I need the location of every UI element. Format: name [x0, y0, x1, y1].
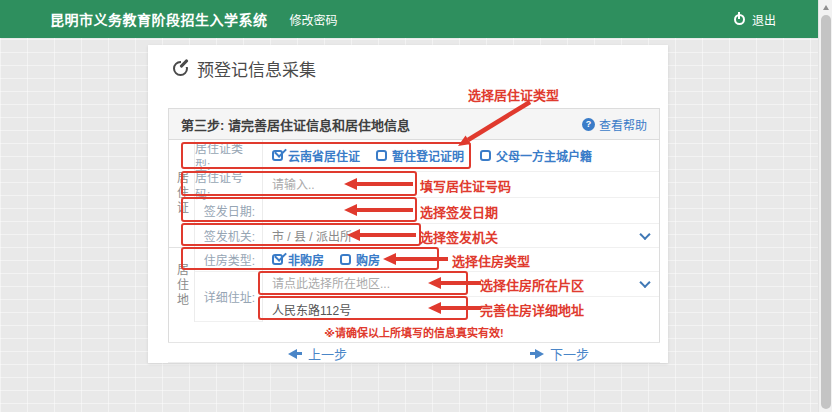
issue-date-label: 签发日期:: [195, 198, 263, 224]
residence-form-table: 第三步: 请完善居住证信息和居住地信息 查看帮助 居住证 居住地 居住证类型: …: [168, 108, 660, 343]
help-label: 查看帮助: [599, 116, 647, 133]
permit-number-input[interactable]: [272, 178, 472, 192]
page: 昆明市义务教育阶段招生入学系统 修改密码 退出 预登记信息采集 第三步: 请完善…: [0, 0, 832, 412]
group-label-residence: 居住地: [169, 248, 195, 322]
address-area-cell: [263, 272, 659, 297]
view-help-link[interactable]: 查看帮助: [582, 116, 647, 133]
arrow-right-icon: [530, 349, 544, 359]
permit-number-cell: [263, 172, 659, 198]
scroll-up-icon[interactable]: [823, 5, 829, 10]
page-title: 预登记信息采集: [173, 56, 316, 81]
issue-date-input[interactable]: [272, 204, 472, 218]
change-password-link[interactable]: 修改密码: [290, 11, 338, 28]
unchecked-checkbox-icon[interactable]: [376, 150, 387, 161]
scrollbar-thumb[interactable]: [821, 15, 831, 409]
option-yunnan-permit[interactable]: 云南省居住证: [272, 147, 360, 164]
address-area-select[interactable]: [272, 277, 472, 291]
step-nav: 上一步 下一步: [168, 342, 660, 363]
step-header: 第三步: 请完善居住证信息和居住地信息 查看帮助: [169, 109, 659, 140]
checked-checkbox-icon[interactable]: [272, 150, 283, 161]
issue-authority-value[interactable]: 市 / 县 / 派出所: [272, 227, 352, 244]
page-title-text: 预登记信息采集: [197, 56, 316, 81]
permit-type-options: 云南省居住证 暂住登记证明 父母一方主城户籍: [263, 140, 659, 172]
housing-type-label: 住房类型:: [195, 248, 263, 272]
checked-checkbox-icon[interactable]: [272, 254, 283, 265]
validity-notice: ※请确保以上所填写的信息真实有效!: [169, 322, 659, 342]
chevron-down-icon[interactable]: [639, 228, 650, 239]
option-parent-hukou[interactable]: 父母一方主城户籍: [480, 147, 592, 164]
step-title: 第三步: 请完善居住证信息和居住地信息: [181, 115, 410, 134]
arrow-left-icon: [288, 349, 302, 359]
help-question-icon: [582, 118, 595, 131]
next-step-button[interactable]: 下一步: [530, 343, 589, 364]
housing-type-options: 非购房 购房: [263, 248, 659, 272]
top-bar: 昆明市义务教育阶段招生入学系统 修改密码 退出: [0, 0, 818, 38]
app-title: 昆明市义务教育阶段招生入学系统: [50, 9, 268, 29]
issue-date-cell: [263, 198, 659, 224]
prev-step-button[interactable]: 上一步: [288, 343, 347, 364]
logout-button[interactable]: 退出: [734, 11, 776, 28]
edit-pencil-icon: [173, 61, 188, 76]
group-label-permit: 居住证: [169, 140, 195, 248]
address-label: 详细住址:: [195, 272, 263, 322]
option-temp-registration[interactable]: 暂住登记证明: [376, 147, 464, 164]
address-detail-input[interactable]: [272, 303, 472, 317]
chevron-down-icon[interactable]: [639, 277, 650, 288]
option-purchase[interactable]: 购房: [340, 251, 380, 268]
scrollbar[interactable]: [818, 0, 832, 412]
issue-authority-label: 签发机关:: [195, 224, 263, 248]
permit-number-label: 居住证号码:: [195, 172, 263, 198]
unchecked-checkbox-icon[interactable]: [480, 150, 491, 161]
unchecked-checkbox-icon[interactable]: [340, 254, 351, 265]
logout-label: 退出: [752, 11, 776, 28]
issue-authority-cell: 市 / 县 / 派出所: [263, 224, 659, 248]
address-detail-cell: [263, 297, 659, 322]
power-icon: [734, 14, 745, 25]
option-non-purchase[interactable]: 非购房: [272, 251, 324, 268]
